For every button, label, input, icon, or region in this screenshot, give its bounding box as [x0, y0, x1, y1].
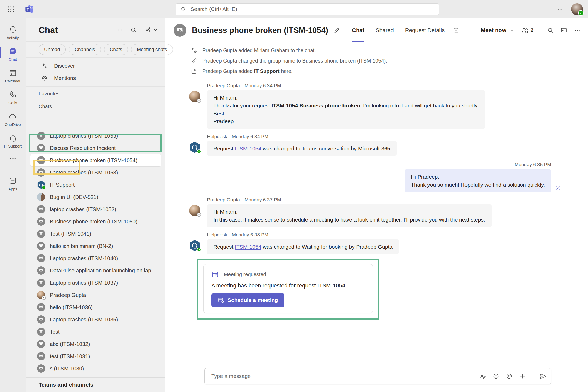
tab-chat[interactable]: Chat: [351, 18, 365, 42]
apps-icon: [9, 177, 17, 185]
schedule-meeting-button[interactable]: Schedule a meeting: [211, 293, 284, 307]
sidebar-item-mentions[interactable]: Mentions: [26, 72, 165, 84]
rail-item-more[interactable]: [0, 152, 26, 165]
chat-sidebar: Chat UnreadChannelsChatsMeeting chats Di…: [26, 18, 165, 392]
loop-icon[interactable]: [506, 373, 513, 380]
plus-icon[interactable]: [519, 373, 526, 380]
chat-filters: UnreadChannelsChatsMeeting chats: [26, 41, 165, 58]
chat-avatar: [37, 315, 45, 324]
message-author: Helpdesk: [207, 134, 227, 139]
teams-logo: [24, 4, 35, 14]
phone-icon: [9, 90, 17, 99]
chat-avatar: [37, 132, 45, 140]
message-composer[interactable]: [204, 368, 551, 384]
chat-list-item[interactable]: test (ITSM-1031): [30, 350, 161, 362]
meet-now-button[interactable]: Meet now: [471, 27, 514, 34]
rail-item-calls[interactable]: Calls: [0, 87, 26, 108]
search-icon[interactable]: [130, 27, 137, 33]
chat-list-item[interactable]: Test: [30, 326, 161, 338]
chevron-down-icon[interactable]: [153, 28, 158, 32]
message-input[interactable]: [211, 373, 479, 379]
group-people-icon: [176, 26, 184, 35]
rail-item-onedrive[interactable]: OneDrive: [0, 108, 26, 130]
format-pen-icon[interactable]: [479, 373, 486, 380]
chat-list-item[interactable]: Discuss Resolution Incident: [30, 142, 161, 154]
global-search[interactable]: [176, 3, 439, 15]
add-participants-button[interactable]: 2: [521, 26, 533, 34]
chat-list-item[interactable]: hallo ich bin miriam (BN-2): [30, 240, 161, 252]
topbar-more-button[interactable]: [557, 6, 564, 13]
chevron-down-icon[interactable]: [510, 28, 514, 33]
card-text: A meeting has been requested for request…: [211, 282, 365, 289]
chat-list-item[interactable]: Test (ITSM-1041): [30, 228, 161, 240]
chat-list-item[interactable]: Laptop crashes (ITSM-1037): [30, 277, 161, 289]
message-author: Helpdesk: [207, 232, 227, 238]
chat-item-label: Laptop crashes (ITSM-1035): [50, 316, 118, 323]
more-icon: [557, 6, 564, 13]
calendar-add-icon: [218, 297, 224, 303]
more-icon[interactable]: [117, 27, 124, 33]
chat-item-label: Laptop crashes (ITSM-1053): [50, 169, 118, 176]
chat-list-item[interactable]: Laptop crashes (ITSM-1040): [30, 252, 161, 264]
cloud-icon: [9, 112, 17, 120]
open-pane-icon[interactable]: [560, 27, 567, 34]
chat-list-item[interactable]: ewe (ITSM-1029): [30, 375, 161, 377]
edit-name-icon[interactable]: [333, 27, 340, 34]
chat-list-item[interactable]: Laptop crashes (ITSM-1053): [30, 166, 161, 179]
chat-list-item[interactable]: Laptop crashes (ITSM-1035): [30, 313, 161, 326]
chat-item-label: Test (ITSM-1041): [50, 231, 91, 237]
ticket-link[interactable]: ITSM-1054: [235, 145, 261, 151]
user-avatar[interactable]: [571, 3, 583, 15]
tab-request-details[interactable]: Request Details: [405, 18, 445, 42]
filter-pill-unread[interactable]: Unread: [39, 44, 66, 55]
group-avatar[interactable]: [174, 24, 186, 37]
chat-list-item[interactable]: abc (ITSM-1032): [30, 338, 161, 350]
rail-item-calendar[interactable]: Calendar: [0, 65, 26, 87]
filter-pill-channels[interactable]: Channels: [69, 44, 101, 55]
favorites-section-header[interactable]: Favorites: [26, 87, 165, 99]
sidebar-item-discover[interactable]: Discover: [26, 60, 165, 72]
chat-list-item[interactable]: IT Support: [30, 179, 161, 191]
add-tab-icon[interactable]: [453, 27, 459, 33]
message-bubble: Hi Miriam,Thanks for your request ITSM-1…: [207, 90, 485, 129]
chat-list-item[interactable]: s (ITSM-1030): [30, 362, 161, 375]
rail-item-activity[interactable]: Activity: [0, 21, 26, 43]
headset-icon: [9, 134, 17, 142]
chat-item-label: laptop crashes (ITSM-1052): [50, 206, 116, 212]
ticket-link[interactable]: ITSM-1054: [235, 244, 261, 250]
chat-list-item[interactable]: Business phone broken (ITSM-1050): [30, 215, 161, 228]
send-icon[interactable]: [540, 373, 546, 380]
chat-avatar: [37, 279, 45, 287]
search-icon: [180, 6, 187, 12]
filter-pill-chats[interactable]: Chats: [104, 44, 128, 55]
teams-and-channels-footer[interactable]: Teams and channels: [26, 377, 165, 392]
rail-item-apps[interactable]: Apps: [0, 173, 26, 194]
chat-more-icon[interactable]: [574, 27, 581, 34]
emoji-icon[interactable]: [493, 373, 499, 380]
compose-icon[interactable]: [144, 27, 151, 33]
tab-shared[interactable]: Shared: [375, 18, 394, 42]
chats-section-header[interactable]: Chats: [26, 99, 165, 112]
search-in-chat-icon[interactable]: [547, 27, 554, 34]
chat-avatar: [37, 156, 45, 164]
app-launcher-button[interactable]: [7, 5, 15, 13]
chat-list-item[interactable]: Business phone broken (ITSM-1054): [30, 154, 161, 166]
chat-list-item[interactable]: DataPulse application not launching on l…: [30, 264, 161, 277]
chat-list-item[interactable]: Bug in UI (DEV-521): [30, 191, 161, 203]
system-event-text: Pradeep Gupta changed the group name to …: [202, 58, 387, 64]
chat-list-item[interactable]: hello (ITSM-1036): [30, 301, 161, 313]
message-time: Monday 6:34 PM: [232, 134, 268, 139]
chat-list-item[interactable]: Laptop crashes (ITSM-1053): [30, 130, 161, 142]
chat-avatar: [37, 328, 45, 336]
message-time: Monday 6:38 PM: [232, 232, 268, 238]
chat-list-item[interactable]: Pradeep Gupta: [30, 289, 161, 301]
search-input[interactable]: [190, 6, 434, 13]
message-avatar: [189, 240, 200, 251]
chat-list-item[interactable]: laptop crashes (ITSM-1052): [30, 203, 161, 215]
divider: [540, 26, 540, 35]
filter-pill-meeting-chats[interactable]: Meeting chats: [131, 44, 173, 55]
chat-item-label: test (ITSM-1031): [50, 353, 90, 359]
rail-item-itsupport[interactable]: IT Support: [0, 130, 26, 152]
chat-title: Business phone broken (ITSM-1054): [192, 26, 328, 35]
rail-item-chat[interactable]: Chat: [0, 43, 26, 65]
